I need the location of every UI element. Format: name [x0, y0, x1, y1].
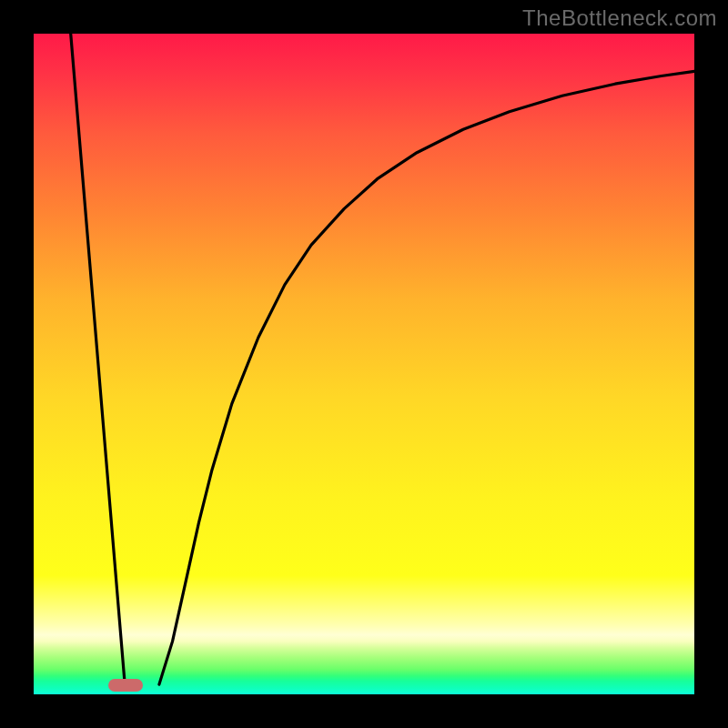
chart-frame: TheBottleneck.com: [0, 0, 728, 728]
curve-plot: [34, 34, 694, 694]
curve-group: [71, 34, 694, 684]
right-branch-line: [159, 71, 694, 684]
bottleneck-marker: [108, 679, 143, 692]
left-branch-line: [71, 34, 126, 684]
watermark-text: TheBottleneck.com: [522, 5, 717, 31]
